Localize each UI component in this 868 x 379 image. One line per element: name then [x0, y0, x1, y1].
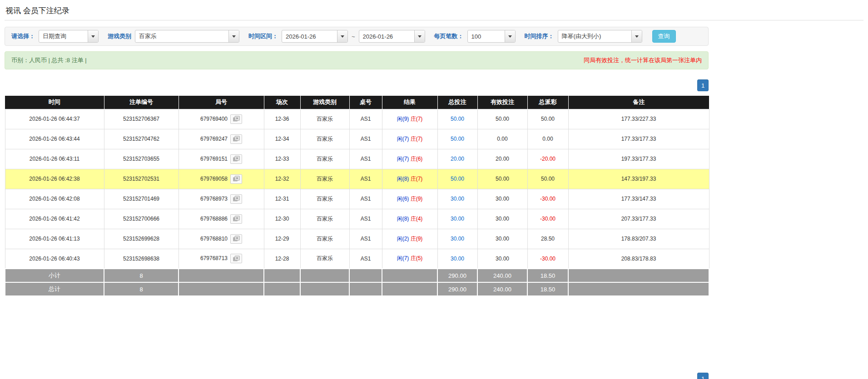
video-replay-icon[interactable] — [230, 134, 242, 144]
footer-count: 8 — [104, 269, 179, 282]
table-row: 2026-01-26 06:43:11523152703655679769151… — [5, 149, 709, 169]
page-size-input[interactable] — [468, 30, 505, 42]
filter-bar: 请选择： 游戏类别 时间区间： ~ 每页笔数： — [5, 27, 709, 46]
cell-round: 679768810 — [179, 229, 264, 249]
content-area: 请选择： 游戏类别 时间区间： ~ 每页笔数： — [5, 27, 709, 379]
page-size-combobox — [467, 30, 516, 43]
payout-value: -30.00 — [540, 256, 556, 262]
total-bet-link[interactable]: 50.00 — [451, 136, 464, 142]
video-replay-icon[interactable] — [230, 194, 242, 204]
cell-table: AS1 — [349, 109, 382, 129]
table-row: 2026-01-26 06:40:43523152698638679768713… — [5, 249, 709, 269]
sort-order-label: 时间排序： — [525, 32, 554, 40]
total-bet-link[interactable]: 30.00 — [451, 256, 464, 262]
betting-records-page: 视讯 会员下注纪录 请选择： 游戏类别 时间区间： ~ — [0, 0, 868, 379]
round-number: 679769247 — [200, 135, 228, 142]
date-from-input[interactable] — [282, 30, 337, 42]
cell-total-bet: 50.00 — [437, 129, 477, 149]
page-size-dropdown-button[interactable] — [505, 30, 515, 42]
footer-valid-bet: 240.00 — [477, 269, 527, 282]
pagination-top: 1 — [5, 79, 709, 91]
cell-time: 2026-01-26 06:42:38 — [5, 169, 104, 189]
sort-order-input[interactable] — [558, 30, 631, 42]
footer-empty-cell — [179, 282, 264, 296]
cell-payout: -30.00 — [527, 249, 568, 269]
column-header: 总投注 — [437, 96, 477, 109]
cell-round: 679768713 — [179, 249, 264, 269]
round-number: 679768886 — [200, 215, 228, 221]
cell-remark: 197.33/177.33 — [568, 149, 709, 169]
video-replay-icon[interactable] — [230, 234, 242, 244]
payout-value: 0.00 — [542, 136, 553, 142]
total-bet-link[interactable]: 30.00 — [451, 196, 464, 202]
cell-table: AS1 — [349, 249, 382, 269]
cell-round: 679769151 — [179, 149, 264, 169]
cell-valid-bet: 30.00 — [477, 209, 527, 229]
select-type-label: 请选择： — [11, 32, 35, 40]
footer-total-bet: 290.00 — [437, 269, 477, 282]
chevron-down-icon — [635, 35, 639, 38]
video-replay-icon[interactable] — [230, 174, 242, 184]
video-replay-icon[interactable] — [230, 114, 242, 124]
footer-total-bet: 290.00 — [437, 282, 477, 296]
cell-time: 2026-01-26 06:41:13 — [5, 229, 104, 249]
cell-total-bet: 50.00 — [437, 109, 477, 129]
cell-time: 2026-01-26 06:43:11 — [5, 149, 104, 169]
cell-payout: -20.00 — [527, 149, 568, 169]
cell-game-type: 百家乐 — [300, 109, 349, 129]
cell-session: 12-32 — [264, 169, 300, 189]
select-type-input[interactable] — [39, 30, 88, 42]
cell-session: 12-30 — [264, 209, 300, 229]
total-bet-link[interactable]: 30.00 — [451, 236, 464, 242]
video-replay-icon[interactable] — [230, 154, 242, 164]
page-title: 视讯 会员下注纪录 — [5, 4, 863, 20]
date-to-dropdown-button[interactable] — [414, 30, 425, 42]
search-button[interactable]: 查询 — [652, 30, 676, 43]
round-number: 679769151 — [200, 155, 228, 162]
select-type-dropdown-button[interactable] — [88, 30, 98, 42]
cell-round: 679768973 — [179, 189, 264, 209]
cell-game-type: 百家乐 — [300, 209, 349, 229]
payout-value: -30.00 — [540, 216, 556, 222]
column-header: 总派彩 — [527, 96, 568, 109]
cell-session: 12-36 — [264, 109, 300, 129]
summary-notice-text: 同局有效投注，统一计算在该局第一张注单内 — [584, 56, 702, 64]
chevron-down-icon — [508, 35, 512, 38]
cell-bet-id: 523152699628 — [104, 229, 179, 249]
cell-payout: -30.00 — [527, 209, 568, 229]
page-button-1[interactable]: 1 — [697, 79, 709, 91]
date-to-input[interactable] — [359, 30, 414, 42]
payout-value: -20.00 — [540, 156, 556, 162]
cell-valid-bet: 30.00 — [477, 229, 527, 249]
footer-empty-cell — [179, 269, 264, 282]
result-player: 闲(8) — [397, 176, 409, 182]
table-row: 2026-01-26 06:44:37523152706367679769400… — [5, 109, 709, 129]
total-bet-link[interactable]: 30.00 — [451, 216, 464, 222]
sort-order-dropdown-button[interactable] — [631, 30, 642, 42]
cell-valid-bet: 30.00 — [477, 189, 527, 209]
result-banker: 庄(5) — [411, 255, 423, 261]
cell-total-bet: 30.00 — [437, 249, 477, 269]
video-replay-icon[interactable] — [230, 214, 242, 224]
table-header-row: 时间注单编号局号场次游戏类别桌号结果总投注有效投注总派彩备注 — [5, 96, 709, 109]
cell-bet-id: 523152702531 — [104, 169, 179, 189]
game-type-input[interactable] — [135, 30, 228, 42]
payout-value: 50.00 — [541, 176, 555, 182]
footer-empty-cell — [300, 269, 349, 282]
result-player: 闲(7) — [397, 255, 409, 261]
table-row: 2026-01-26 06:42:38523152702531679769058… — [5, 169, 709, 189]
game-type-dropdown-button[interactable] — [228, 30, 239, 42]
total-bet-link[interactable]: 20.00 — [451, 156, 464, 162]
cell-round: 679768886 — [179, 209, 264, 229]
chevron-down-icon — [232, 35, 236, 38]
cell-total-bet: 50.00 — [437, 169, 477, 189]
page-button-1-bottom[interactable]: 1 — [697, 373, 709, 379]
cell-result: 闲(2) 庄(9) — [382, 229, 437, 249]
cell-round: 679769058 — [179, 169, 264, 189]
video-replay-icon[interactable] — [230, 254, 242, 263]
total-bet-link[interactable]: 50.00 — [451, 176, 464, 182]
date-from-dropdown-button[interactable] — [337, 30, 347, 42]
payout-value: 28.50 — [541, 236, 555, 242]
cell-valid-bet: 30.00 — [477, 249, 527, 269]
total-bet-link[interactable]: 50.00 — [451, 116, 464, 122]
